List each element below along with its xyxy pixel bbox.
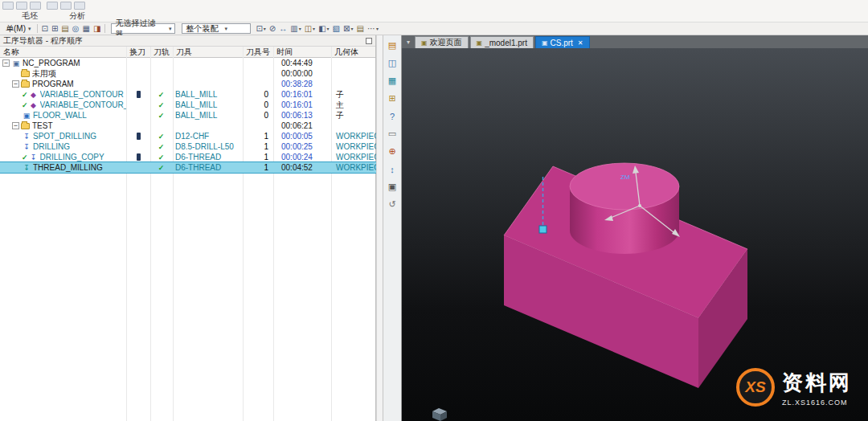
snap-point-icon[interactable]: ⊞ [50, 23, 59, 35]
more-tools-icon[interactable]: ⋯▾ [366, 23, 380, 35]
create-blank-icon[interactable] [2, 2, 14, 10]
folder-icon [21, 123, 30, 129]
navigator-row-drilling[interactable]: ↧DRILLING✓D8.5-DRILL-L50100:00:25WORKPIE… [0, 141, 376, 152]
row-tool-number: 0 [243, 100, 273, 110]
section-analysis-icon[interactable] [60, 2, 72, 10]
drill-operation-icon: ↧ [22, 143, 31, 151]
column-header-名称[interactable]: 名称 [0, 47, 126, 58]
measure-icon[interactable] [47, 2, 58, 10]
navigator-scrollbar[interactable] [376, 35, 383, 421]
tool-change-icon [137, 153, 141, 161]
view-cube-icon[interactable] [432, 408, 447, 421]
row-name: DRILLING_COPY [40, 153, 104, 161]
wireframe-display-icon[interactable]: ▦ [80, 23, 91, 35]
reuse-library-icon[interactable]: ⊞ [386, 92, 399, 104]
tab-cs-prt[interactable]: ▣CS.prt✕ [535, 36, 590, 48]
display-mode-icon: ◧ [318, 24, 326, 33]
touch-mode-icon[interactable]: ⊕ [386, 145, 399, 157]
display-mode-icon[interactable]: ◧▾ [317, 23, 330, 35]
toolpath-ok-icon: ✓ [158, 164, 165, 172]
column-header-刀轨[interactable]: 刀轨 [150, 47, 173, 58]
status-check-icon: ✓ [22, 153, 28, 161]
drag-handle[interactable] [539, 226, 547, 233]
tab-欢迎页面[interactable]: ▣欢迎页面 [415, 36, 469, 48]
row-time: 00:00:24 [273, 152, 331, 162]
work-layer-icon[interactable]: ▤ [59, 23, 70, 35]
deviation-check-icon[interactable] [74, 2, 85, 10]
column-header-刀具[interactable]: 刀具 [173, 47, 243, 58]
chevron-down-icon: ▾ [299, 26, 301, 31]
pattern-feature-icon: ▥ [290, 24, 297, 33]
resource-bar: ▤◫▦⊞?▭⊕↕▣↺ [383, 35, 402, 421]
window-icon[interactable]: ⊡▾ [254, 23, 267, 35]
part-boss-top-face[interactable] [570, 163, 679, 210]
move-object-icon[interactable]: ↔ [277, 23, 289, 35]
machining-line-designer-icon[interactable]: ▣ [386, 181, 399, 193]
shaded-display-icon[interactable]: ◨ [92, 23, 102, 35]
history-icon[interactable]: ↺ [386, 198, 399, 210]
pin-tabs-icon[interactable]: ▾ [407, 39, 410, 46]
column-header-换刀[interactable]: 换刀 [126, 47, 150, 58]
navigator-row-thread_milling[interactable]: ↧THREAD_MILLING✓D6-THREAD100:04:52WORKPI… [0, 162, 376, 173]
folder-icon [21, 81, 30, 88]
row-geometry [331, 58, 376, 68]
navigator-row-variable_contour[interactable]: ✓◆VARIABLE_CONTOUR✓BALL_MILL000:16:01子 [0, 89, 376, 100]
undock-panel-icon[interactable] [366, 38, 372, 44]
tab-label: CS.prt [551, 39, 573, 47]
work-layer-icon: ▤ [61, 24, 68, 33]
editor-icon[interactable]: ▧ [331, 23, 342, 35]
part-navigator-icon[interactable]: ▦ [386, 75, 399, 87]
column-header-时间[interactable]: 时间 [273, 47, 331, 58]
help-icon[interactable]: ? [386, 110, 399, 122]
show-blank-icon[interactable] [30, 2, 41, 10]
toolbar-separator [104, 24, 105, 33]
row-tool-number: 1 [243, 162, 273, 173]
close-tab-icon[interactable]: ✕ [578, 39, 583, 47]
folder-icon [21, 71, 30, 77]
assembly-navigator-icon[interactable]: ▤ [386, 39, 399, 51]
operation-navigator-icon[interactable]: ↕ [386, 163, 399, 175]
navigator-row-未用项[interactable]: 未用项00:00:00 [0, 68, 376, 79]
navigator-row-variable_contour_copy[interactable]: ✓◆VARIABLE_CONTOUR_COPY✓BALL_MILL000:16:… [0, 100, 376, 110]
navigator-row-drilling_copy[interactable]: ✓↧DRILLING_COPY✓D6-THREAD100:00:24WORKPI… [0, 152, 376, 162]
toolpath-ok-icon: ✓ [158, 91, 165, 99]
tree-expander-icon[interactable]: − [12, 80, 19, 88]
column-header-几何体[interactable]: 几何体 [331, 47, 376, 58]
ribbon-group-analysis[interactable]: 分析 [69, 10, 85, 22]
navigator-row-spot_drilling[interactable]: ↧SPOT_DRILLING✓D12-CHF100:00:05WORKPIECE [0, 131, 376, 141]
part-file-icon: ▣ [477, 39, 483, 47]
constraint-navigator-icon[interactable]: ◫ [386, 57, 399, 69]
row-name: TEST [32, 121, 53, 130]
toolpath-ok-icon: ✓ [158, 133, 165, 141]
notes-icon[interactable]: ▭ [386, 128, 399, 140]
navigator-row-nc_program[interactable]: −▣NC_PROGRAM00:44:49 [0, 58, 376, 68]
navigator-title-bar[interactable]: 工序导航器 - 程序顺序 [0, 35, 375, 47]
edit-blank-icon[interactable] [16, 2, 27, 10]
select-object-icon[interactable]: ⊡ [40, 23, 50, 35]
row-tool-number: 0 [243, 110, 273, 121]
column-header-刀具号[interactable]: 刀具号 [243, 47, 273, 58]
row-name: SPOT_DRILLING [33, 132, 96, 141]
navigator-row-floor_wall[interactable]: ▣FLOOR_WALL✓BALL_MILL000:06:13子 [0, 110, 376, 121]
tree-expander-icon[interactable]: − [2, 59, 10, 67]
pattern-feature-icon[interactable]: ▥▾ [289, 23, 302, 35]
shaded-display-icon: ◨ [93, 24, 100, 33]
measure-distance-icon[interactable]: ◫▾ [303, 23, 317, 35]
menu-button[interactable]: 单(M) ▾ [2, 23, 35, 35]
tree-expander-icon[interactable]: − [12, 122, 19, 129]
snapshot-icon[interactable]: ⊠▾ [342, 23, 354, 35]
layer-settings-icon[interactable]: ▤ [354, 23, 365, 35]
orient-view-icon[interactable]: ◎ [71, 23, 81, 35]
show-hide-icon[interactable]: ⊘ [268, 23, 277, 35]
tab--model1-prt[interactable]: ▣_model1.prt [470, 36, 534, 48]
graphics-window[interactable]: ZM XS 资料网 ZL.XS1616.COM [402, 48, 868, 421]
navigator-row-test[interactable]: −TEST00:06:21 [0, 121, 376, 131]
navigator-row-program[interactable]: −PROGRAM00:38:28 [0, 79, 376, 89]
row-name: VARIABLE_CONTOUR_COPY [40, 100, 126, 109]
row-time: 00:00:00 [273, 68, 331, 79]
selection-filter-dropdown[interactable]: 无选择过滤器 ▾ [111, 23, 175, 34]
tab-label: 欢迎页面 [430, 37, 462, 48]
selection-scope-dropdown[interactable]: 整个装配 ▾ [182, 23, 251, 34]
ribbon-group-blank[interactable]: 毛坯 [22, 10, 38, 22]
status-check-icon: ✓ [22, 91, 28, 99]
